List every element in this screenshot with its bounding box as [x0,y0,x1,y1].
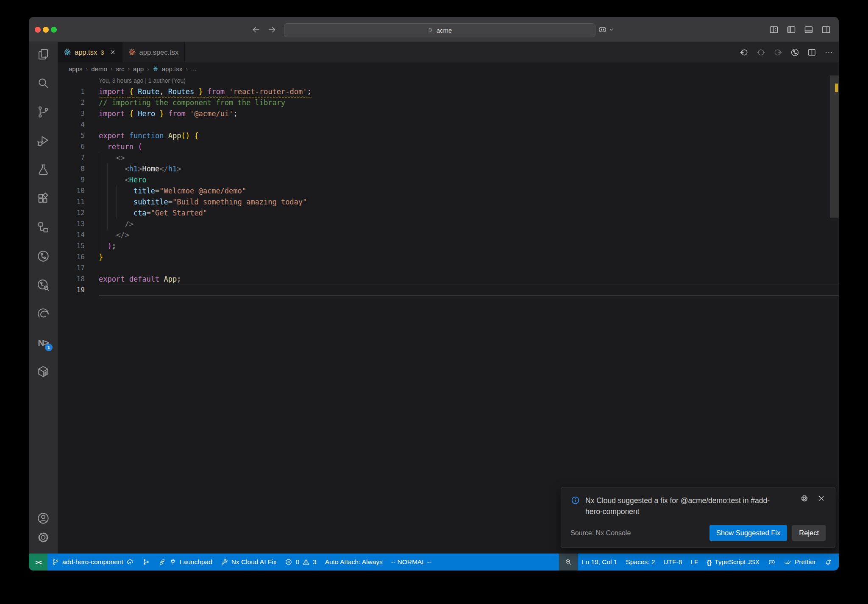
notification-close-icon[interactable] [817,494,826,503]
line-content: <> [99,152,839,163]
statusbar-vim-mode-item[interactable]: -- NORMAL -- [387,554,436,570]
code-line-2[interactable]: 2// importing the component from the lib… [58,97,839,108]
line-number: 9 [58,174,85,185]
minimize-window-button[interactable] [43,27,49,33]
editor-scrollbar[interactable] [830,75,839,554]
navigate-forward-icon[interactable] [267,25,277,35]
activity-item-explorer[interactable] [36,48,50,61]
statusbar-nx-cloud-fix-item[interactable]: Nx Cloud AI Fix [217,554,281,570]
code-line-16[interactable]: 16} [58,252,839,263]
testing-icon [36,163,50,176]
activity-item-settings[interactable] [36,531,50,544]
code-line-14[interactable]: 14 </> [58,229,839,240]
code-line-5[interactable]: 5export function App() { [58,130,839,141]
statusbar-zoom-indicator[interactable] [559,554,578,570]
scrollbar-thumb[interactable] [830,76,839,218]
toggle-panel-icon[interactable] [804,25,814,35]
tab-app.spec.tsx[interactable]: app.spec.tsx [122,42,185,62]
statusbar-auto-attach-item[interactable]: Auto Attach: Always [321,554,387,570]
indent-guide [116,185,117,196]
command-center-search[interactable]: acme [284,23,595,37]
indent-guide [99,218,99,229]
statusbar-launchpad-item[interactable]: Launchpad [154,554,217,570]
indent-guide [116,207,117,218]
statusbar-copilot-status[interactable] [764,554,780,570]
breadcrumb-item-apps[interactable]: apps [69,65,83,73]
previous-change-icon[interactable] [739,48,749,57]
activity-item-edge-browser[interactable] [36,307,50,321]
activity-item-search[interactable] [36,76,50,90]
code-line-12[interactable]: 12 cta="Get Started" [58,207,839,218]
line-number: 4 [58,119,85,130]
line-content: return ( [99,141,839,152]
statusbar-cursor-position[interactable]: Ln 19, Col 1 [578,554,622,570]
breadcrumb-file[interactable]: app.tsx [162,65,182,73]
statusbar-notifications[interactable] [820,554,836,570]
activity-item-nx-console[interactable]: N>1 [36,336,50,350]
code-line-9[interactable]: 9 <Hero [58,174,839,185]
toggle-secondary-sidebar-icon[interactable] [821,25,831,35]
code-line-8[interactable]: 8 <h1>Home</h1> [58,163,839,174]
code-line-3[interactable]: 3import { Hero } from '@acme/ui'; [58,108,839,119]
more-actions-icon[interactable] [824,48,834,57]
toggle-sidebar-icon[interactable] [786,25,796,35]
split-editor-icon[interactable] [807,48,817,57]
line-number: 17 [58,263,85,274]
code-line-15[interactable]: 15 ); [58,240,839,252]
code-line-19[interactable]: 19 [58,285,839,296]
activity-item-accounts[interactable] [36,512,50,525]
copilot-menu[interactable] [598,25,615,34]
breadcrumb-item-app[interactable]: app [133,65,144,73]
activity-item-run-debug[interactable] [36,134,50,148]
statusbar-prettier[interactable]: Prettier [780,554,820,570]
statusbar-indentation[interactable]: Spaces: 2 [621,554,659,570]
code-line-1[interactable]: 1import { Route, Routes } from 'react-ro… [58,86,839,97]
code-line-4[interactable]: 4 [58,119,839,130]
statusbar-language-mode[interactable]: {}TypeScript JSX [702,554,764,570]
activity-item-package-explorer[interactable] [36,365,50,378]
statusbar-eol[interactable]: LF [686,554,702,570]
line-number: 19 [58,285,85,296]
code-editor[interactable]: You, 3 hours ago | 1 author (You) 1impor… [58,75,839,554]
navigate-back-icon[interactable] [251,25,261,35]
activity-item-source-control[interactable] [36,105,50,119]
activity-item-extensions[interactable] [36,192,50,205]
statusbar-scm-graph-item[interactable] [138,554,154,570]
breadcrumb-item-demo[interactable]: demo [91,65,107,73]
activity-item-gitlens-inspect[interactable] [36,278,50,292]
maximize-window-button[interactable] [51,27,57,33]
notification-settings-icon[interactable] [800,494,809,503]
tab-problems-badge: 3 [100,49,104,56]
code-line-10[interactable]: 10 title="Welcmoe @acme/demo" [58,185,839,196]
explorer-icon [36,48,50,61]
line-number: 2 [58,97,85,108]
wrench-icon [221,558,228,566]
reject-button[interactable]: Reject [792,525,826,541]
breadcrumb-more[interactable]: ... [191,65,197,73]
next-change-icon[interactable] [773,48,783,57]
show-suggested-fix-button[interactable]: Show Suggested Fix [709,525,787,541]
code-line-7[interactable]: 7 <> [58,152,839,163]
activity-item-testing[interactable] [36,163,50,176]
code-line-6[interactable]: 6 return ( [58,141,839,152]
code-line-11[interactable]: 11 subtitle="Build something amazing tod… [58,196,839,207]
commit-graph-icon[interactable] [790,48,800,57]
code-line-18[interactable]: 18export default App; [58,274,839,285]
activity-item-project-graph[interactable] [36,221,50,234]
customize-layout-icon[interactable] [769,25,779,35]
statusbar-problems-item[interactable]: 03 [281,554,320,570]
indent-guide [99,174,99,185]
breadcrumb-item-src[interactable]: src [116,65,124,73]
indent-guide [107,207,108,218]
statusbar-branch-item[interactable]: add-hero-component [47,554,138,570]
statusbar-encoding[interactable]: UTF-8 [659,554,686,570]
current-change-icon[interactable] [756,48,766,57]
line-content: // importing the component from the libr… [99,97,839,108]
warning-squiggle: import { Route, Routes } from 'react-rou… [99,87,312,96]
code-line-13[interactable]: 13 /> [58,218,839,229]
statusbar-remote-indicator[interactable]: >< [29,554,47,570]
code-line-17[interactable]: 17 [58,263,839,274]
close-window-button[interactable] [35,27,41,33]
activity-item-gitlens[interactable] [36,249,50,263]
tab-app.tsx[interactable]: app.tsx3 [58,42,122,62]
